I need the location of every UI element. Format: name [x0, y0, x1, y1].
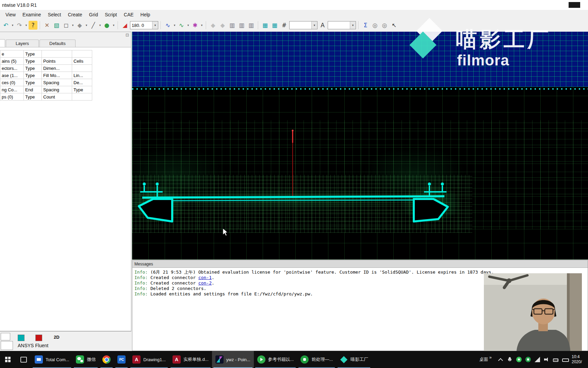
message-text: Deleted 2 connectors.	[148, 286, 206, 291]
desktop-toolbar[interactable]: 桌面 »	[476, 351, 495, 368]
taskbar-item-totalcmd[interactable]: Total Com...	[31, 351, 72, 368]
tab-partial[interactable]	[0, 39, 5, 47]
text-combo-input[interactable]	[328, 23, 350, 28]
table-header[interactable]: Type	[24, 50, 42, 58]
table-row[interactable]: ces (0)TypeSpacingDe...	[0, 79, 92, 86]
taskbar-item-wechat[interactable]: 微信	[72, 351, 99, 368]
volume-icon[interactable]	[544, 357, 549, 362]
tray-expand-icon[interactable]	[498, 357, 503, 362]
spray-dropdown[interactable]: ▾	[200, 24, 203, 27]
segment-tool-dropdown[interactable]: ▾	[98, 24, 102, 27]
spray-icon[interactable]: ✱	[191, 21, 199, 30]
grid-alt-icon[interactable]: ▦	[270, 21, 279, 30]
taskbar-item-cankaoshuji[interactable]: 参考书籍以...	[254, 351, 297, 368]
left-pier[interactable]	[139, 183, 172, 222]
table-header[interactable]	[72, 50, 92, 58]
sigma-icon[interactable]: Σ	[361, 21, 370, 30]
angle-input-caret[interactable]: ▾	[152, 21, 158, 29]
dock-icon[interactable]: ⊡	[126, 33, 129, 37]
menu-examine[interactable]: Examine	[19, 11, 44, 19]
mic-icon[interactable]	[507, 357, 512, 362]
messages-title[interactable]: Messages	[132, 260, 588, 268]
sphere-tool-icon[interactable]: ●	[102, 21, 111, 30]
bridge-deck[interactable]	[142, 196, 444, 201]
database2-icon[interactable]: ▥	[237, 21, 246, 30]
menu-grid[interactable]: Grid	[86, 11, 101, 19]
redo-dropdown[interactable]: ▾	[24, 24, 28, 27]
spline-points-dropdown[interactable]: ▾	[186, 24, 190, 27]
menu-script[interactable]: Script	[101, 11, 120, 19]
status-box-large[interactable]	[1, 341, 13, 350]
redo-icon[interactable]: ↷	[15, 21, 24, 30]
database-icon[interactable]: ▥	[228, 21, 236, 30]
info-circle-icon[interactable]: ◎	[380, 21, 389, 30]
task-view-button[interactable]	[16, 351, 31, 368]
right-pier[interactable]	[414, 183, 448, 222]
table-row[interactable]: ectors...TypeDimen...	[0, 65, 92, 72]
start-button[interactable]	[0, 351, 16, 368]
angle-input[interactable]	[130, 23, 152, 28]
prev-view-icon[interactable]: ◆	[209, 21, 217, 30]
taskbar-item-chrome[interactable]	[99, 351, 114, 368]
undo-icon[interactable]: ↶	[1, 21, 10, 30]
red-swatch[interactable]	[35, 335, 42, 341]
examine-circle-icon[interactable]: ◎	[371, 21, 379, 30]
measure-angle-icon[interactable]: ◢	[120, 21, 129, 30]
green-dot-icon[interactable]	[516, 357, 522, 362]
wechat-icon	[76, 355, 84, 364]
probe-pointer-icon[interactable]: ↖	[390, 21, 398, 30]
database3-icon[interactable]: ▥	[247, 21, 256, 30]
teal-swatch[interactable]	[18, 335, 24, 341]
hash-icon[interactable]: #	[280, 21, 289, 30]
text-combo-input-caret[interactable]: ▾	[350, 21, 356, 29]
table-header[interactable]	[42, 50, 72, 58]
menu-help[interactable]: Help	[137, 11, 154, 19]
taskbar-clock[interactable]: 10:4 2020/	[572, 351, 588, 368]
menu-cae[interactable]: CAE	[120, 11, 137, 19]
tab-layers[interactable]: Layers	[6, 40, 39, 47]
hash-combo-input[interactable]	[290, 23, 311, 28]
menu-view[interactable]: View	[2, 11, 19, 19]
taskbar-item-filmora[interactable]: 喵影工厂	[336, 351, 372, 368]
grid-toggle-icon[interactable]: ▦	[261, 21, 270, 30]
menu-select[interactable]: Select	[45, 11, 65, 19]
taskbar-item-pointwise[interactable]: ywz - Poin...	[212, 351, 254, 368]
tab-defaults[interactable]: Defaults	[39, 40, 76, 47]
menu-create[interactable]: Create	[64, 11, 85, 19]
taskbar-item-pc[interactable]: PC	[114, 351, 129, 368]
touch-keyboard-icon[interactable]	[562, 358, 569, 362]
segment-tool-icon[interactable]: ╱	[89, 21, 98, 30]
table-header[interactable]: e	[0, 50, 24, 58]
network-icon[interactable]	[535, 357, 540, 362]
table-row[interactable]: ains (5)TypePointsCells	[0, 58, 92, 65]
status-box-small[interactable]	[1, 333, 10, 340]
cube-view-icon[interactable]: ◻	[62, 21, 70, 30]
text-size-icon[interactable]: A	[318, 21, 327, 30]
hash-combo-input-caret[interactable]: ▾	[311, 21, 317, 29]
connector-link[interactable]: con-1	[198, 275, 212, 280]
table-row[interactable]: ng Co...EndSpacingType	[0, 86, 92, 93]
sphere-tool-dropdown[interactable]: ▾	[112, 24, 115, 27]
taskbar-item-drawing1[interactable]: ADrawing1...	[129, 351, 169, 368]
help-icon[interactable]: ?	[29, 21, 37, 30]
desktop-expand-chevron[interactable]: »	[489, 355, 492, 360]
next-view-icon[interactable]: ◆	[218, 21, 227, 30]
taskbar-item-qianchuli[interactable]: 前处理—...	[297, 351, 336, 368]
connector-link[interactable]: con-2	[198, 280, 212, 286]
undo-dropdown[interactable]: ▾	[11, 24, 14, 27]
spline-dropdown[interactable]: ▾	[173, 24, 176, 27]
diamond-tool-icon[interactable]: ◆	[75, 21, 84, 30]
viewport[interactable]	[132, 32, 588, 260]
spline-points-icon[interactable]: ∿	[177, 21, 186, 30]
table-row[interactable]: ase (1...TypeFill Mo...Lin...	[0, 72, 92, 79]
taskbar-item-shiqiao[interactable]: A实桥单独.d...	[169, 351, 212, 368]
tools-icon[interactable]: ✕	[43, 21, 51, 30]
green-dot2-icon[interactable]	[525, 357, 531, 362]
keyboard-icon[interactable]	[553, 358, 558, 362]
surface-edit-icon[interactable]: ▧	[52, 21, 61, 30]
webcam-video	[484, 273, 582, 351]
diamond-tool-dropdown[interactable]: ▾	[85, 24, 88, 27]
table-row[interactable]: ps (0)TypeCount	[0, 93, 92, 101]
cube-view-dropdown[interactable]: ▾	[71, 24, 75, 27]
spline-icon[interactable]: ∿	[163, 21, 172, 30]
